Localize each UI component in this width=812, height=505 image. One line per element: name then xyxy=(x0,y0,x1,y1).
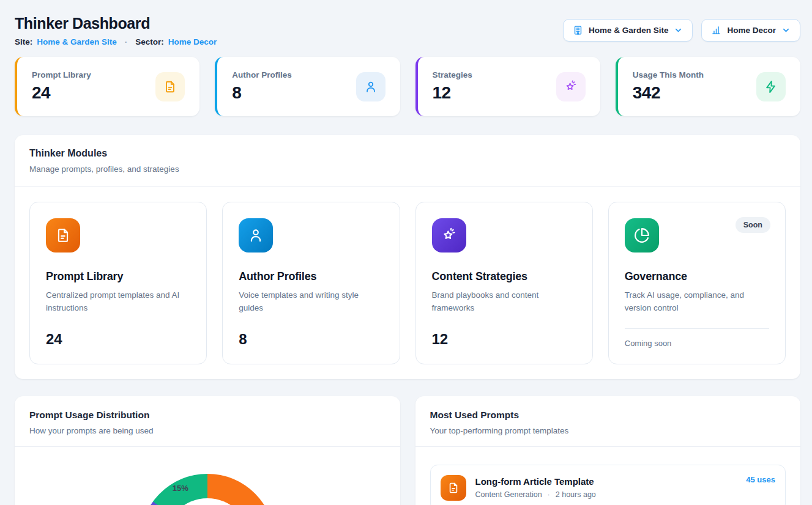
soon-badge: Soon xyxy=(736,217,770,233)
stat-value: 24 xyxy=(32,83,91,103)
user-icon xyxy=(239,218,273,253)
site-sector-row: Site: Home & Garden Site · Sector: Home … xyxy=(15,37,217,46)
stat-value: 12 xyxy=(433,83,472,103)
stat-value: 8 xyxy=(232,83,292,103)
module-title: Content Strategies xyxy=(432,270,576,283)
prompts-subtitle: Your top-performing prompt templates xyxy=(430,426,786,435)
most-used-prompts-card: Most Used Prompts Your top-performing pr… xyxy=(415,396,801,505)
prompts-list: Long-form Article Template Content Gener… xyxy=(415,447,801,505)
header-left: Thinker Dashboard Site: Home & Garden Si… xyxy=(15,15,217,46)
building-icon xyxy=(573,25,583,35)
module-count: 12 xyxy=(432,331,576,348)
dashboard-page: Thinker Dashboard Site: Home & Garden Si… xyxy=(0,0,812,505)
module-title: Governance xyxy=(625,270,769,283)
site-selector-button[interactable]: Home & Garden Site xyxy=(563,19,693,42)
usage-chart-header: Prompt Usage Distribution How your promp… xyxy=(15,396,400,447)
module-card-content-strategies[interactable]: Content Strategies Brand playbooks and c… xyxy=(415,202,593,364)
chevron-down-icon xyxy=(781,26,791,35)
module-description: Centralized prompt templates and AI inst… xyxy=(46,289,190,315)
prompt-category: Content Generation xyxy=(475,490,542,499)
lightning-icon xyxy=(756,72,786,101)
module-title: Prompt Library xyxy=(46,270,190,283)
separator-dot: · xyxy=(548,490,550,499)
site-label: Site: xyxy=(15,37,32,46)
module-description: Voice templates and writing style guides xyxy=(239,289,383,315)
stat-card-usage: Usage This Month 342 xyxy=(616,57,800,116)
prompts-title: Most Used Prompts xyxy=(430,410,786,421)
module-description: Brand playbooks and content frameworks xyxy=(432,289,576,315)
stats-row: Prompt Library 24 Author Profiles 8 Stra… xyxy=(15,57,800,116)
chart-body: 15% xyxy=(15,447,400,505)
site-link[interactable]: Home & Garden Site xyxy=(37,37,117,46)
module-footnote: Coming soon xyxy=(625,339,769,348)
stat-card-prompt-library: Prompt Library 24 xyxy=(15,57,199,116)
prompt-time: 2 hours ago xyxy=(556,490,596,499)
sparkle-icon xyxy=(556,72,586,101)
sector-selector-button[interactable]: Home Decor xyxy=(701,19,800,42)
prompt-item-meta: Content Generation · 2 hours ago xyxy=(475,490,596,499)
prompt-uses-count: 45 uses xyxy=(746,475,775,484)
page-header: Thinker Dashboard Site: Home & Garden Si… xyxy=(15,15,800,46)
module-description: Track AI usage, compliance, and version … xyxy=(625,289,769,315)
stat-card-strategies: Strategies 12 xyxy=(415,57,600,116)
pie-chart-icon xyxy=(625,218,659,253)
modules-panel-title: Thinker Modules xyxy=(29,148,786,159)
header-selectors: Home & Garden Site Home Decor xyxy=(563,19,800,42)
module-card-governance[interactable]: Soon Governance Track AI usage, complian… xyxy=(608,202,786,364)
stat-label: Author Profiles xyxy=(232,70,292,79)
chevron-down-icon xyxy=(674,26,683,35)
module-card-prompt-library[interactable]: Prompt Library Centralized prompt templa… xyxy=(29,202,207,364)
sector-label: Sector: xyxy=(135,37,164,46)
stat-card-author-profiles: Author Profiles 8 xyxy=(215,57,400,116)
stat-value: 342 xyxy=(633,83,704,103)
modules-panel-subtitle: Manage prompts, profiles, and strategies xyxy=(29,164,786,174)
usage-donut-chart: 15% xyxy=(140,474,275,505)
bar-chart-icon xyxy=(711,25,721,35)
stat-label: Prompt Library xyxy=(32,70,91,79)
prompt-list-item[interactable]: Long-form Article Template Content Gener… xyxy=(430,465,786,505)
sparkle-icon xyxy=(432,218,466,253)
divider xyxy=(625,328,769,329)
document-icon xyxy=(46,218,80,253)
modules-panel-header: Thinker Modules Manage prompts, profiles… xyxy=(15,135,800,187)
module-title: Author Profiles xyxy=(239,270,383,283)
sector-link[interactable]: Home Decor xyxy=(168,37,217,46)
user-icon xyxy=(356,72,386,101)
prompt-item-title: Long-form Article Template xyxy=(475,476,596,487)
prompts-header: Most Used Prompts Your top-performing pr… xyxy=(415,396,801,447)
site-selector-label: Home & Garden Site xyxy=(589,26,669,35)
bottom-row: Prompt Usage Distribution How your promp… xyxy=(15,396,800,505)
modules-grid: Prompt Library Centralized prompt templa… xyxy=(15,187,800,379)
module-count: 24 xyxy=(46,331,190,348)
usage-chart-card: Prompt Usage Distribution How your promp… xyxy=(15,396,400,505)
stat-label: Strategies xyxy=(433,70,472,79)
module-count: 8 xyxy=(239,331,383,348)
page-title: Thinker Dashboard xyxy=(15,15,217,32)
usage-chart-title: Prompt Usage Distribution xyxy=(29,410,386,421)
module-card-author-profiles[interactable]: Author Profiles Voice templates and writ… xyxy=(222,202,400,364)
stat-label: Usage This Month xyxy=(633,70,704,79)
sector-selector-label: Home Decor xyxy=(727,26,776,35)
document-icon xyxy=(441,475,466,501)
modules-panel: Thinker Modules Manage prompts, profiles… xyxy=(15,135,800,379)
separator-dot: · xyxy=(125,37,128,46)
usage-chart-subtitle: How your prompts are being used xyxy=(29,426,386,435)
document-icon xyxy=(155,72,185,101)
donut-segment-label: 15% xyxy=(173,483,188,492)
